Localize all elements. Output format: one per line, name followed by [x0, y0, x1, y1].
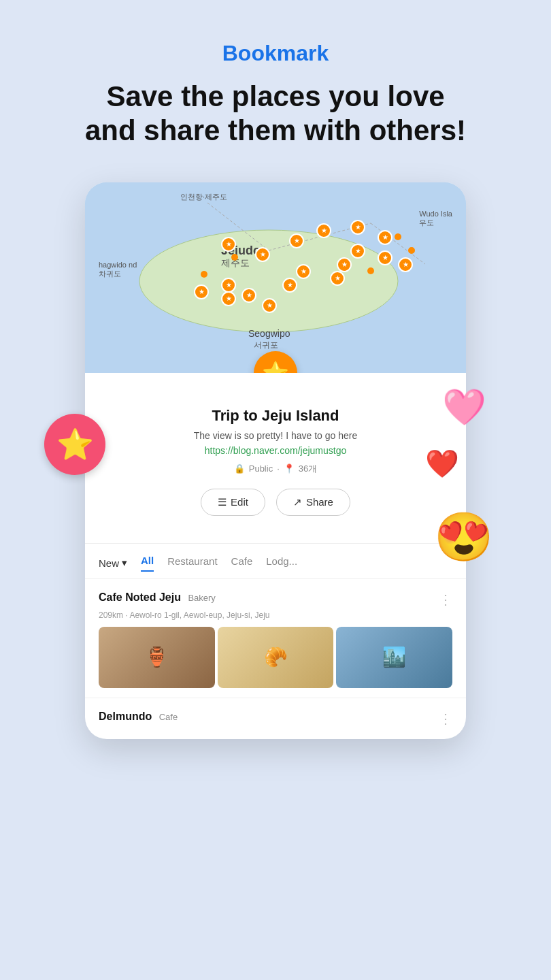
- map-label-hagwi: hagwido nd차귀도: [99, 261, 137, 279]
- map-pin-13: ★: [398, 257, 413, 272]
- tab-lodge[interactable]: Lodg...: [266, 555, 297, 571]
- map-label-seogwipo-en: Seogwipo: [248, 328, 290, 339]
- map-pin-12: ★: [282, 278, 297, 293]
- place-name-row-2: Delmundo Cafe: [99, 710, 178, 723]
- place-item-1: Cafe Noted Jeju Bakery ⋮ 209km · Aewol-r…: [85, 579, 466, 698]
- visibility-label: Public: [249, 463, 273, 474]
- map-pin-10: ★: [296, 264, 311, 279]
- place-name-row-1: Cafe Noted Jeju Bakery: [99, 591, 216, 604]
- map-area: 인천항·제주도 Jejudo 제주도 Seogwipo 서귀포 hagwido …: [85, 182, 466, 373]
- float-heart-pink-icon: 🩷: [442, 387, 486, 428]
- map-pin-small-5: [367, 267, 374, 274]
- map-pin-8: ★: [378, 250, 393, 265]
- place-header-2: Delmundo Cafe ⋮: [99, 710, 452, 727]
- place-address-1: 209km · Aewol-ro 1-gil, Aewol-eup, Jeju-…: [99, 610, 452, 620]
- place-name-1: Cafe Noted Jeju: [99, 591, 181, 603]
- tabs-row: New ▾ All Restaurant Cafe Lodg...: [85, 555, 466, 579]
- tab-all[interactable]: All: [141, 555, 154, 572]
- place-count: 36개: [299, 463, 317, 475]
- tab-new-label: New: [99, 557, 119, 569]
- float-emoji-love-icon: 😍: [434, 509, 493, 565]
- action-btn-row: ☰ Edit ↗ Share: [105, 489, 446, 516]
- trip-meta: 🔒 Public · 📍 36개: [105, 463, 446, 475]
- location-icon: 📍: [284, 463, 295, 474]
- tab-restaurant[interactable]: Restaurant: [167, 555, 217, 571]
- map-pin-7: ★: [350, 244, 365, 259]
- phone-wrapper: ⭐ 🩷 ❤️ 😍 인천항·제주도 Jejudo 제주도 Seogwipo 서귀포: [85, 182, 466, 739]
- page-label: Bookmark: [222, 41, 329, 66]
- map-pin-16: ★: [221, 291, 236, 306]
- map-pin-18: ★: [262, 298, 277, 313]
- place-item-2: Delmundo Cafe ⋮: [85, 698, 466, 739]
- lock-icon: 🔒: [234, 463, 245, 474]
- place-category-2: Cafe: [159, 712, 178, 722]
- map-pin-small-4: [408, 247, 415, 254]
- chevron-down-icon: ▾: [122, 557, 127, 569]
- map-label-incheon: 인천항·제주도: [180, 192, 227, 202]
- map-label-seogwipo-ko: 서귀포: [254, 340, 278, 351]
- map-pin-3: ★: [221, 237, 236, 252]
- card-content: Trip to Jeju Island The view is so prett…: [85, 373, 466, 543]
- edit-label: Edit: [231, 496, 248, 508]
- share-label: Share: [306, 496, 333, 508]
- map-pin-15: ★: [194, 284, 209, 299]
- map-pin-17: ★: [241, 288, 256, 303]
- map-pin-5: ★: [350, 220, 365, 235]
- place-photo-1a: 🏺: [99, 627, 215, 688]
- meta-dot: ·: [277, 463, 280, 474]
- float-heart-red-icon: ❤️: [425, 448, 459, 480]
- share-icon: ↗: [293, 496, 302, 508]
- edit-button[interactable]: ☰ Edit: [201, 489, 265, 516]
- map-pin-14: ★: [221, 278, 236, 293]
- place-photo-1b: 🥐: [218, 627, 334, 688]
- float-star-icon: ⭐: [44, 414, 105, 475]
- map-pin-1: ★: [289, 233, 304, 248]
- tab-cafe[interactable]: Cafe: [231, 555, 253, 571]
- more-options-icon-2[interactable]: ⋮: [439, 710, 452, 727]
- map-pin-9: ★: [337, 257, 352, 272]
- tab-new[interactable]: New ▾: [99, 557, 127, 569]
- edit-icon: ☰: [218, 496, 227, 508]
- more-options-icon-1[interactable]: ⋮: [439, 591, 452, 608]
- headline: Save the places you love and share them …: [44, 80, 507, 148]
- trip-link[interactable]: https://blog.naver.com/jejumustgo: [105, 445, 446, 456]
- place-name-2: Delmundo: [99, 710, 152, 722]
- map-pin-6: ★: [378, 230, 393, 245]
- divider-1: [85, 543, 466, 544]
- place-photos-1: 🏺 🥐 🏙️: [99, 627, 452, 688]
- map-pin-4: ★: [255, 247, 270, 262]
- share-button[interactable]: ↗ Share: [276, 489, 350, 516]
- map-pin-small-2: [201, 271, 207, 278]
- place-photo-1c: 🏙️: [336, 627, 452, 688]
- trip-title: Trip to Jeju Island: [105, 407, 446, 425]
- place-category-1: Bakery: [188, 593, 215, 603]
- place-header-1: Cafe Noted Jeju Bakery ⋮: [99, 591, 452, 608]
- map-pin-2: ★: [316, 223, 331, 238]
- map-label-wudo: Wudo Isla우도: [419, 210, 452, 228]
- phone-card: 인천항·제주도 Jejudo 제주도 Seogwipo 서귀포 hagwido …: [85, 182, 466, 739]
- map-pin-small-3: [395, 233, 401, 240]
- trip-desc: The view is so pretty! I have to go here: [105, 430, 446, 441]
- map-pin-small-1: [231, 254, 238, 261]
- map-pin-11: ★: [330, 271, 345, 286]
